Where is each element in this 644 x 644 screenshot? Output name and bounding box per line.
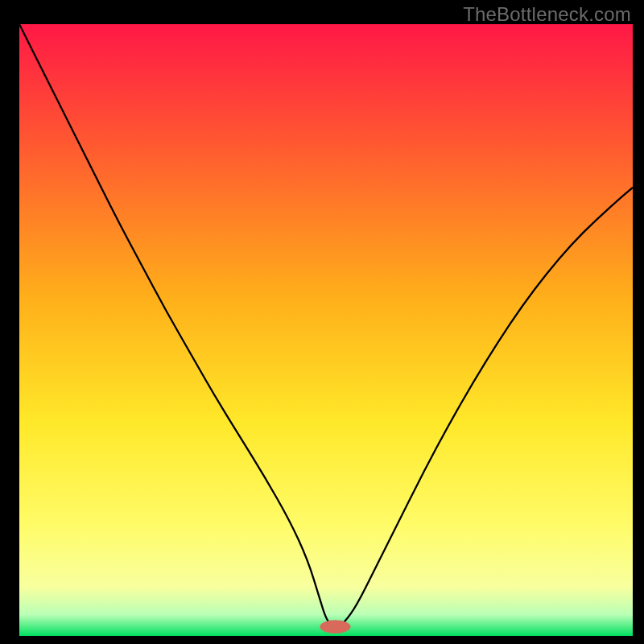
- bottleneck-chart: [19, 24, 633, 636]
- optimal-point-marker: [320, 620, 350, 634]
- plot-area: [19, 24, 633, 636]
- gradient-background: [19, 24, 633, 636]
- chart-frame: TheBottleneck.com: [0, 0, 644, 644]
- watermark-text: TheBottleneck.com: [463, 3, 631, 26]
